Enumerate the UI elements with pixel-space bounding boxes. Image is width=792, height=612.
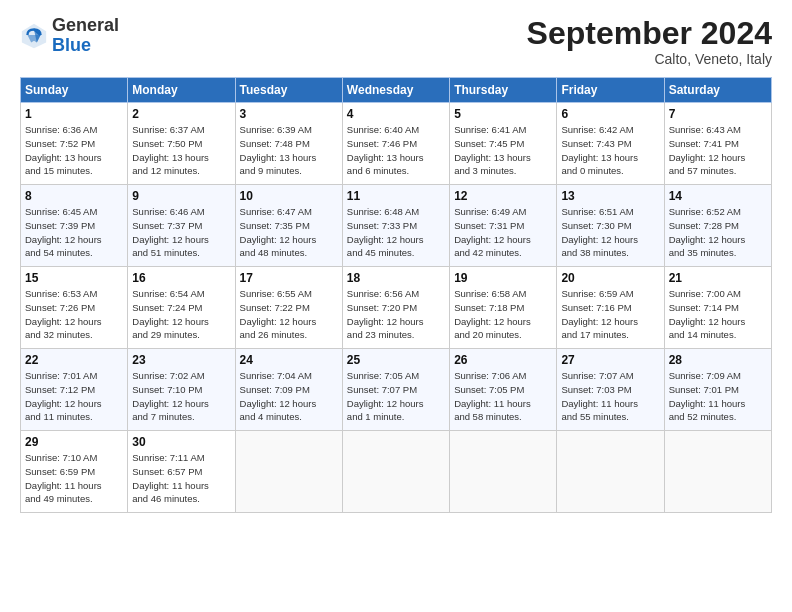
day-info: Sunrise: 6:54 AMSunset: 7:24 PMDaylight:… [132,287,230,342]
col-sunday: Sunday [21,78,128,103]
header: General Blue September 2024 Calto, Venet… [20,16,772,67]
day-info: Sunrise: 7:05 AMSunset: 7:07 PMDaylight:… [347,369,445,424]
day-info: Sunrise: 6:47 AMSunset: 7:35 PMDaylight:… [240,205,338,260]
week-row-5: 29Sunrise: 7:10 AMSunset: 6:59 PMDayligh… [21,431,772,513]
day-number: 29 [25,435,123,449]
day-number: 19 [454,271,552,285]
day-info: Sunrise: 6:43 AMSunset: 7:41 PMDaylight:… [669,123,767,178]
day-cell-3-2: 16Sunrise: 6:54 AMSunset: 7:24 PMDayligh… [128,267,235,349]
day-cell-1-6: 6Sunrise: 6:42 AMSunset: 7:43 PMDaylight… [557,103,664,185]
day-cell-2-6: 13Sunrise: 6:51 AMSunset: 7:30 PMDayligh… [557,185,664,267]
logo-icon [20,22,48,50]
day-number: 24 [240,353,338,367]
day-number: 6 [561,107,659,121]
day-number: 5 [454,107,552,121]
day-cell-2-4: 11Sunrise: 6:48 AMSunset: 7:33 PMDayligh… [342,185,449,267]
day-cell-2-3: 10Sunrise: 6:47 AMSunset: 7:35 PMDayligh… [235,185,342,267]
day-info: Sunrise: 6:53 AMSunset: 7:26 PMDaylight:… [25,287,123,342]
day-cell-5-4 [342,431,449,513]
day-info: Sunrise: 6:48 AMSunset: 7:33 PMDaylight:… [347,205,445,260]
day-number: 7 [669,107,767,121]
day-cell-3-3: 17Sunrise: 6:55 AMSunset: 7:22 PMDayligh… [235,267,342,349]
logo-text: General Blue [52,16,119,56]
day-cell-2-7: 14Sunrise: 6:52 AMSunset: 7:28 PMDayligh… [664,185,771,267]
day-number: 9 [132,189,230,203]
day-info: Sunrise: 7:07 AMSunset: 7:03 PMDaylight:… [561,369,659,424]
day-number: 21 [669,271,767,285]
day-number: 17 [240,271,338,285]
week-row-2: 8Sunrise: 6:45 AMSunset: 7:39 PMDaylight… [21,185,772,267]
day-number: 4 [347,107,445,121]
day-cell-3-5: 19Sunrise: 6:58 AMSunset: 7:18 PMDayligh… [450,267,557,349]
logo: General Blue [20,16,119,56]
week-row-4: 22Sunrise: 7:01 AMSunset: 7:12 PMDayligh… [21,349,772,431]
day-number: 27 [561,353,659,367]
day-cell-4-2: 23Sunrise: 7:02 AMSunset: 7:10 PMDayligh… [128,349,235,431]
day-cell-3-4: 18Sunrise: 6:56 AMSunset: 7:20 PMDayligh… [342,267,449,349]
day-number: 8 [25,189,123,203]
day-info: Sunrise: 7:10 AMSunset: 6:59 PMDaylight:… [25,451,123,506]
day-cell-1-4: 4Sunrise: 6:40 AMSunset: 7:46 PMDaylight… [342,103,449,185]
day-info: Sunrise: 7:01 AMSunset: 7:12 PMDaylight:… [25,369,123,424]
day-number: 20 [561,271,659,285]
header-row: Sunday Monday Tuesday Wednesday Thursday… [21,78,772,103]
day-info: Sunrise: 6:39 AMSunset: 7:48 PMDaylight:… [240,123,338,178]
day-cell-1-1: 1Sunrise: 6:36 AMSunset: 7:52 PMDaylight… [21,103,128,185]
day-number: 30 [132,435,230,449]
day-cell-1-7: 7Sunrise: 6:43 AMSunset: 7:41 PMDaylight… [664,103,771,185]
day-number: 25 [347,353,445,367]
day-info: Sunrise: 6:45 AMSunset: 7:39 PMDaylight:… [25,205,123,260]
day-cell-3-6: 20Sunrise: 6:59 AMSunset: 7:16 PMDayligh… [557,267,664,349]
day-cell-5-2: 30Sunrise: 7:11 AMSunset: 6:57 PMDayligh… [128,431,235,513]
day-cell-4-7: 28Sunrise: 7:09 AMSunset: 7:01 PMDayligh… [664,349,771,431]
day-info: Sunrise: 6:49 AMSunset: 7:31 PMDaylight:… [454,205,552,260]
day-cell-1-2: 2Sunrise: 6:37 AMSunset: 7:50 PMDaylight… [128,103,235,185]
day-cell-5-3 [235,431,342,513]
day-cell-4-1: 22Sunrise: 7:01 AMSunset: 7:12 PMDayligh… [21,349,128,431]
day-cell-4-5: 26Sunrise: 7:06 AMSunset: 7:05 PMDayligh… [450,349,557,431]
day-cell-5-1: 29Sunrise: 7:10 AMSunset: 6:59 PMDayligh… [21,431,128,513]
day-number: 10 [240,189,338,203]
day-cell-3-1: 15Sunrise: 6:53 AMSunset: 7:26 PMDayligh… [21,267,128,349]
day-info: Sunrise: 6:40 AMSunset: 7:46 PMDaylight:… [347,123,445,178]
day-info: Sunrise: 6:52 AMSunset: 7:28 PMDaylight:… [669,205,767,260]
day-cell-4-6: 27Sunrise: 7:07 AMSunset: 7:03 PMDayligh… [557,349,664,431]
day-cell-2-5: 12Sunrise: 6:49 AMSunset: 7:31 PMDayligh… [450,185,557,267]
day-info: Sunrise: 6:51 AMSunset: 7:30 PMDaylight:… [561,205,659,260]
day-number: 3 [240,107,338,121]
day-cell-1-5: 5Sunrise: 6:41 AMSunset: 7:45 PMDaylight… [450,103,557,185]
col-wednesday: Wednesday [342,78,449,103]
col-monday: Monday [128,78,235,103]
page: General Blue September 2024 Calto, Venet… [0,0,792,612]
day-cell-3-7: 21Sunrise: 7:00 AMSunset: 7:14 PMDayligh… [664,267,771,349]
day-info: Sunrise: 6:58 AMSunset: 7:18 PMDaylight:… [454,287,552,342]
day-number: 11 [347,189,445,203]
day-number: 12 [454,189,552,203]
logo-general-text: General [52,16,119,36]
day-number: 23 [132,353,230,367]
day-cell-2-1: 8Sunrise: 6:45 AMSunset: 7:39 PMDaylight… [21,185,128,267]
logo-blue-text: Blue [52,36,119,56]
day-number: 13 [561,189,659,203]
day-number: 16 [132,271,230,285]
week-row-3: 15Sunrise: 6:53 AMSunset: 7:26 PMDayligh… [21,267,772,349]
day-info: Sunrise: 6:46 AMSunset: 7:37 PMDaylight:… [132,205,230,260]
day-cell-5-5 [450,431,557,513]
day-info: Sunrise: 6:42 AMSunset: 7:43 PMDaylight:… [561,123,659,178]
day-cell-4-3: 24Sunrise: 7:04 AMSunset: 7:09 PMDayligh… [235,349,342,431]
day-cell-4-4: 25Sunrise: 7:05 AMSunset: 7:07 PMDayligh… [342,349,449,431]
day-number: 18 [347,271,445,285]
col-thursday: Thursday [450,78,557,103]
day-info: Sunrise: 6:59 AMSunset: 7:16 PMDaylight:… [561,287,659,342]
day-info: Sunrise: 7:09 AMSunset: 7:01 PMDaylight:… [669,369,767,424]
day-info: Sunrise: 7:02 AMSunset: 7:10 PMDaylight:… [132,369,230,424]
day-info: Sunrise: 7:11 AMSunset: 6:57 PMDaylight:… [132,451,230,506]
title-block: September 2024 Calto, Veneto, Italy [527,16,772,67]
calendar-table: Sunday Monday Tuesday Wednesday Thursday… [20,77,772,513]
col-tuesday: Tuesday [235,78,342,103]
col-friday: Friday [557,78,664,103]
day-info: Sunrise: 6:37 AMSunset: 7:50 PMDaylight:… [132,123,230,178]
day-cell-5-7 [664,431,771,513]
day-info: Sunrise: 7:04 AMSunset: 7:09 PMDaylight:… [240,369,338,424]
day-info: Sunrise: 6:55 AMSunset: 7:22 PMDaylight:… [240,287,338,342]
